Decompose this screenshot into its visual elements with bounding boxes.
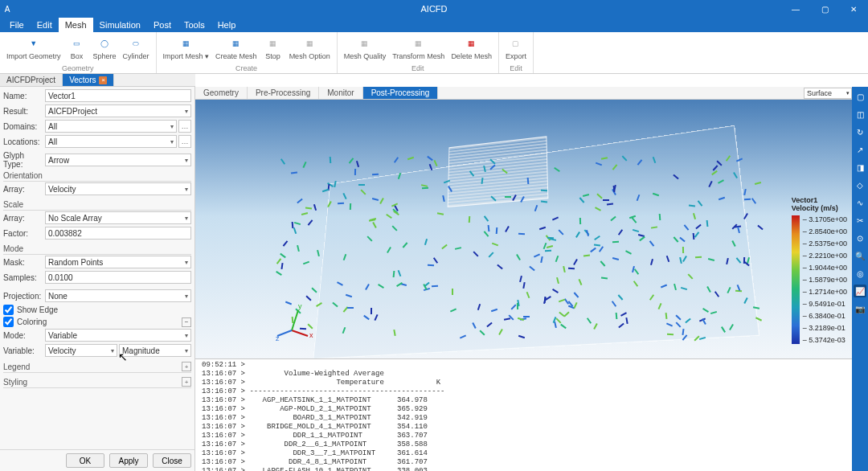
coloring-checkbox[interactable] [3, 317, 14, 327]
menu-mesh[interactable]: Mesh [59, 18, 93, 32]
legend-section[interactable]: Legend+ [3, 360, 191, 373]
samples-input[interactable]: 0.0100 [45, 271, 191, 284]
factor-label: Factor: [3, 229, 45, 238]
iso-tool-icon[interactable]: ◇ [854, 178, 866, 191]
zoom-tool-icon[interactable]: 🔍 [854, 249, 866, 262]
samples-label: Samples: [3, 273, 45, 282]
variable-select[interactable]: Velocity [45, 344, 117, 357]
frame-tool-icon[interactable]: ▢ [854, 90, 866, 103]
velocity-vector [305, 207, 312, 209]
velocity-vector [312, 288, 317, 293]
box-button[interactable]: ▭Box [64, 34, 90, 64]
camera-tool-icon[interactable]: 📷 [854, 302, 866, 315]
velocity-vector [695, 256, 702, 258]
svg-text:y: y [298, 302, 302, 310]
sphere-button[interactable]: ◯Sphere [90, 34, 120, 64]
result-select[interactable]: AICFDProject [45, 104, 191, 117]
menu-tools[interactable]: Tools [178, 18, 211, 32]
vector-tool-icon[interactable]: ↗ [854, 143, 866, 156]
cube-tool-icon[interactable]: ◫ [854, 108, 866, 121]
domains-select[interactable]: All [45, 120, 177, 133]
scale-array-select[interactable]: No Scale Array [45, 211, 191, 224]
factor-input[interactable]: 0.003882 [45, 227, 191, 240]
glyph-type-select[interactable]: Arrow [45, 154, 191, 166]
menu-simulation[interactable]: Simulation [93, 18, 147, 32]
velocity-vector [487, 225, 489, 231]
mesh-option-icon: ▦ [301, 35, 317, 51]
rotate-tool-icon[interactable]: ↻ [854, 125, 866, 138]
tab-preprocessing[interactable]: Pre-Processing [248, 87, 319, 99]
mesh-quality-button[interactable]: ▦Mesh Quality [341, 34, 390, 64]
close-button[interactable]: Close [153, 453, 191, 468]
apply-button[interactable]: Apply [109, 453, 148, 468]
sphere-icon: ◯ [96, 35, 113, 51]
velocity-vector [305, 295, 311, 301]
show-edge-checkbox[interactable] [3, 305, 14, 315]
import-geometry-button[interactable]: ▼Import Geometry [3, 34, 64, 64]
coloring-collapse-icon[interactable]: − [182, 317, 191, 327]
orient-array-select[interactable]: Velocity [45, 182, 191, 195]
close-window-button[interactable]: ✕ [839, 0, 868, 18]
console-output[interactable]: 09:52:11 > 13:16:07 > Volume-Weighted Av… [195, 358, 852, 471]
domains-label: Domains: [3, 122, 45, 131]
result-label: Result: [3, 107, 45, 116]
styling-expand-icon[interactable]: + [182, 377, 191, 387]
cut-tool-icon[interactable]: ✂ [854, 214, 866, 227]
menu-file[interactable]: File [3, 18, 31, 32]
menu-post[interactable]: Post [147, 18, 178, 32]
show-edge-label: Show Edge [17, 305, 58, 314]
tab-vectors[interactable]: Vectors× [63, 74, 114, 86]
probe-tool-icon[interactable]: ⊙ [854, 231, 866, 244]
glyph-type-label: Glyph Type: [3, 151, 45, 169]
velocity-vector [303, 261, 309, 265]
styling-section[interactable]: Styling+ [3, 375, 191, 388]
cylinder-button[interactable]: ⬭Cylinder [120, 34, 153, 64]
legend-expand-icon[interactable]: + [182, 362, 191, 371]
stream-tool-icon[interactable]: ∿ [854, 196, 866, 209]
locations-label: Locations: [3, 137, 45, 146]
sphere-label: Sphere [93, 52, 117, 60]
mode-select[interactable]: Variable [45, 329, 191, 342]
transform-mesh-button[interactable]: ▦Transform Mesh [389, 34, 448, 64]
velocity-vector [603, 199, 609, 201]
close-tab-icon[interactable]: × [99, 76, 107, 84]
legend-tick: – 2.5375e+00 [803, 240, 847, 248]
svg-text:x: x [309, 331, 313, 339]
box-label: Box [71, 52, 84, 60]
tab-geometry[interactable]: Geometry [195, 87, 248, 99]
tab-monitor[interactable]: Monitor [319, 87, 362, 99]
projection-select[interactable]: None [45, 289, 191, 302]
stop-button[interactable]: ▦Stop [260, 34, 286, 64]
mesh-option-button[interactable]: ▦Mesh Option [286, 34, 334, 64]
tab-postprocessing[interactable]: Post-Processing [363, 87, 439, 99]
chart-tool-icon[interactable]: 📈 [854, 285, 866, 297]
legend-section-label: Legend [3, 362, 30, 371]
locations-select[interactable]: All [45, 135, 177, 148]
target-tool-icon[interactable]: ◎ [854, 267, 866, 280]
surface-select[interactable]: Surface [804, 88, 852, 99]
maximize-button[interactable]: ▢ [810, 0, 839, 18]
3d-viewport[interactable]: Vector1 Velocity (m/s) – 3.1705e+00– 2.8… [195, 100, 852, 358]
legend-tick: – 3.1705e+00 [803, 215, 847, 223]
slice-tool-icon[interactable]: ◨ [854, 161, 866, 174]
menu-help[interactable]: Help [211, 18, 243, 32]
magnitude-select[interactable]: Magnitude [119, 344, 191, 357]
export-button[interactable]: ▢Export [502, 34, 530, 64]
scale-header: Scale [3, 199, 191, 211]
velocity-vector [317, 250, 320, 256]
export-icon: ▢ [508, 35, 524, 51]
ok-button[interactable]: OK [66, 453, 104, 468]
legend-tick: – 6.3840e-01 [803, 312, 847, 320]
velocity-vector [744, 198, 751, 199]
domains-more-button[interactable]: … [178, 120, 191, 133]
legend-gradient [792, 215, 800, 344]
minimize-button[interactable]: — [781, 0, 810, 18]
mask-select[interactable]: Random Points [45, 256, 191, 268]
create-mesh-button[interactable]: ▦Create Mesh [212, 34, 260, 64]
menu-edit[interactable]: Edit [31, 18, 59, 32]
locations-more-button[interactable]: … [178, 135, 191, 148]
delete-mesh-button[interactable]: ▦Delete Mesh [448, 34, 495, 64]
name-input[interactable]: Vector1 [45, 89, 191, 102]
import-mesh-button[interactable]: ▦Import Mesh ▾ [160, 34, 213, 64]
tab-aicfdproject[interactable]: AICFDProject [0, 74, 63, 86]
